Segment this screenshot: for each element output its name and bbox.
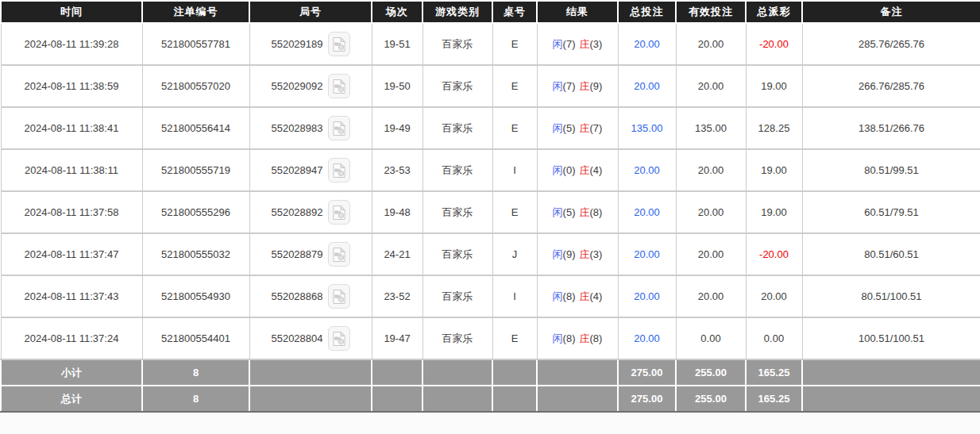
- cell-round-no: 552028868: [249, 275, 372, 317]
- cell-time: 2024-08-11 11:39:28: [1, 23, 142, 65]
- round-number: 552028947: [271, 164, 322, 176]
- cell-total-bet: 135.00: [618, 107, 676, 149]
- cell-bet-no: 521800557781: [142, 23, 249, 65]
- round-number: 552028804: [271, 332, 322, 344]
- result-banker-label: 庄: [580, 164, 590, 176]
- cell-table-no: E: [492, 317, 537, 359]
- cell-session: 19-47: [372, 317, 422, 359]
- result-banker-score: (9): [590, 80, 603, 92]
- cell-session: 23-53: [372, 149, 422, 191]
- cell-game-type: 百家乐: [422, 275, 492, 317]
- cell-remark: 138.51/266.76: [802, 107, 980, 149]
- cell-valid-bet: 0.00: [676, 317, 746, 359]
- subtotal-row: 小计 8 275.00 255.00 165.25: [1, 359, 980, 386]
- table-row: 2024-08-11 11:37:24 521800554401 5520288…: [1, 317, 980, 359]
- video-replay-button[interactable]: [328, 284, 350, 309]
- subtotal-label: 小计: [1, 359, 142, 386]
- cell-total-bet: 20.00: [618, 65, 676, 107]
- subtotal-total-bet: 275.00: [618, 359, 676, 386]
- result-player-score: (8): [563, 290, 576, 302]
- col-table-no: 桌号: [492, 1, 537, 23]
- table-footer: 小计 8 275.00 255.00 165.25 总计 8 275.00 25…: [1, 359, 980, 412]
- header-row: 时间 注单编号 局号 场次 游戏类别 桌号 结果 总投注 有效投注 总派彩 备注: [1, 1, 980, 23]
- subtotal-game-empty: [422, 359, 492, 386]
- result-player-label: 闲: [553, 122, 563, 134]
- cell-payout: 128.25: [746, 107, 802, 149]
- cell-total-bet: 20.00: [618, 149, 676, 191]
- cell-game-type: 百家乐: [422, 149, 492, 191]
- cell-round-no: 552029092: [249, 65, 372, 107]
- subtotal-session-empty: [372, 359, 422, 386]
- result-banker-label: 庄: [580, 122, 590, 134]
- col-remark: 备注: [802, 1, 980, 23]
- cell-valid-bet: 20.00: [676, 149, 746, 191]
- video-replay-button[interactable]: [328, 326, 350, 351]
- table-row: 2024-08-11 11:38:41 521800556414 5520289…: [1, 107, 980, 149]
- total-remark-empty: [802, 386, 980, 412]
- video-replay-button[interactable]: [328, 200, 350, 225]
- cell-table-no: J: [492, 233, 537, 275]
- result-player-score: (5): [563, 122, 576, 134]
- cell-valid-bet: 20.00: [676, 233, 746, 275]
- video-file-icon: [332, 331, 346, 347]
- cell-payout: 19.00: [746, 65, 802, 107]
- cell-payout: -20.00: [746, 233, 802, 275]
- cell-remark: 80.51/60.51: [802, 233, 980, 275]
- cell-total-bet: 20.00: [618, 233, 676, 275]
- cell-round-no: 552029189: [249, 23, 372, 65]
- total-total-bet: 275.00: [618, 386, 676, 412]
- col-bet-no: 注单编号: [142, 1, 249, 23]
- cell-bet-no: 521800557020: [142, 65, 249, 107]
- records-body: 2024-08-11 11:39:28 521800557781 5520291…: [1, 23, 980, 359]
- cell-session: 24-21: [372, 233, 422, 275]
- cell-round-no: 552028879: [249, 233, 372, 275]
- cell-game-type: 百家乐: [422, 233, 492, 275]
- cell-table-no: E: [492, 191, 537, 233]
- result-player-score: (8): [563, 332, 576, 344]
- video-file-icon: [332, 121, 346, 136]
- video-file-icon: [332, 79, 346, 94]
- table-row: 2024-08-11 11:37:58 521800555296 5520288…: [1, 191, 980, 233]
- cell-result: 闲(5)庄(7): [537, 107, 618, 149]
- result-banker-label: 庄: [580, 80, 590, 92]
- table-row: 2024-08-11 11:37:43 521800554930 5520288…: [1, 275, 980, 317]
- result-player-score: (7): [563, 38, 576, 50]
- cell-bet-no: 521800554401: [142, 317, 249, 359]
- round-number: 552028879: [271, 248, 322, 260]
- video-replay-button[interactable]: [328, 158, 350, 182]
- result-banker-label: 庄: [580, 290, 590, 302]
- total-session-empty: [372, 386, 422, 412]
- cell-remark: 100.51/100.51: [802, 317, 980, 359]
- video-replay-button[interactable]: [328, 242, 350, 267]
- cell-valid-bet: 20.00: [676, 65, 746, 107]
- cell-result: 闲(0)庄(4): [537, 149, 618, 191]
- round-number: 552028892: [271, 206, 322, 218]
- result-player-label: 闲: [553, 38, 563, 50]
- total-result-empty: [537, 386, 618, 412]
- result-banker-label: 庄: [580, 38, 590, 50]
- result-banker-score: (8): [590, 206, 603, 218]
- video-replay-button[interactable]: [328, 32, 350, 56]
- subtotal-round-empty: [249, 359, 372, 386]
- bet-records-table: 时间 注单编号 局号 场次 游戏类别 桌号 结果 总投注 有效投注 总派彩 备注…: [0, 0, 980, 413]
- cell-table-no: I: [492, 149, 537, 191]
- cell-total-bet: 20.00: [618, 23, 676, 65]
- cell-session: 19-50: [372, 65, 422, 107]
- result-banker-score: (3): [590, 248, 603, 260]
- video-replay-button[interactable]: [328, 116, 350, 140]
- cell-game-type: 百家乐: [422, 65, 492, 107]
- video-replay-button[interactable]: [328, 74, 350, 98]
- total-game-empty: [422, 386, 492, 412]
- result-banker-label: 庄: [580, 332, 590, 344]
- cell-session: 19-51: [372, 23, 422, 65]
- cell-payout: 19.00: [746, 191, 802, 233]
- cell-result: 闲(9)庄(3): [537, 233, 618, 275]
- video-file-icon: [332, 247, 346, 263]
- cell-round-no: 552028804: [249, 317, 372, 359]
- total-count: 8: [142, 386, 249, 412]
- cell-bet-no: 521800556414: [142, 107, 249, 149]
- cell-valid-bet: 20.00: [676, 275, 746, 317]
- cell-time: 2024-08-11 11:37:47: [1, 233, 142, 275]
- cell-round-no: 552028892: [249, 191, 372, 233]
- cell-bet-no: 521800555719: [142, 149, 249, 191]
